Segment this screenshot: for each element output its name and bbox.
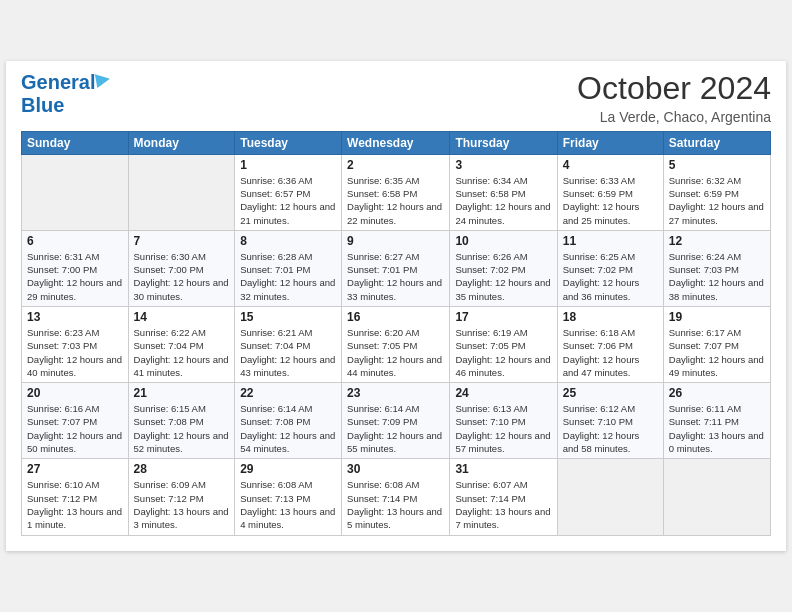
day-cell: 10Sunrise: 6:26 AMSunset: 7:02 PMDayligh…	[450, 230, 557, 306]
day-number: 1	[240, 158, 336, 172]
day-number: 8	[240, 234, 336, 248]
day-info: Sunrise: 6:12 AMSunset: 7:10 PMDaylight:…	[563, 402, 658, 455]
day-cell: 11Sunrise: 6:25 AMSunset: 7:02 PMDayligh…	[557, 230, 663, 306]
weekday-header-row: Sunday Monday Tuesday Wednesday Thursday…	[22, 131, 771, 154]
day-cell: 24Sunrise: 6:13 AMSunset: 7:10 PMDayligh…	[450, 383, 557, 459]
day-cell	[128, 154, 235, 230]
header: General Blue October 2024 La Verde, Chac…	[21, 71, 771, 124]
day-number: 5	[669, 158, 765, 172]
day-info: Sunrise: 6:15 AMSunset: 7:08 PMDaylight:…	[134, 402, 230, 455]
day-info: Sunrise: 6:20 AMSunset: 7:05 PMDaylight:…	[347, 326, 444, 379]
day-cell: 8Sunrise: 6:28 AMSunset: 7:01 PMDaylight…	[235, 230, 342, 306]
day-cell: 3Sunrise: 6:34 AMSunset: 6:58 PMDaylight…	[450, 154, 557, 230]
day-cell: 5Sunrise: 6:32 AMSunset: 6:59 PMDaylight…	[663, 154, 770, 230]
day-cell: 16Sunrise: 6:20 AMSunset: 7:05 PMDayligh…	[342, 307, 450, 383]
header-sunday: Sunday	[22, 131, 129, 154]
day-number: 23	[347, 386, 444, 400]
day-info: Sunrise: 6:33 AMSunset: 6:59 PMDaylight:…	[563, 174, 658, 227]
day-cell: 12Sunrise: 6:24 AMSunset: 7:03 PMDayligh…	[663, 230, 770, 306]
title-block: October 2024 La Verde, Chaco, Argentina	[577, 71, 771, 124]
day-number: 22	[240, 386, 336, 400]
day-info: Sunrise: 6:21 AMSunset: 7:04 PMDaylight:…	[240, 326, 336, 379]
day-info: Sunrise: 6:08 AMSunset: 7:13 PMDaylight:…	[240, 478, 336, 531]
day-info: Sunrise: 6:34 AMSunset: 6:58 PMDaylight:…	[455, 174, 551, 227]
header-monday: Monday	[128, 131, 235, 154]
day-cell: 17Sunrise: 6:19 AMSunset: 7:05 PMDayligh…	[450, 307, 557, 383]
day-info: Sunrise: 6:19 AMSunset: 7:05 PMDaylight:…	[455, 326, 551, 379]
day-number: 30	[347, 462, 444, 476]
calendar-grid: Sunday Monday Tuesday Wednesday Thursday…	[21, 131, 771, 536]
day-number: 6	[27, 234, 123, 248]
day-number: 11	[563, 234, 658, 248]
week-row-4: 20Sunrise: 6:16 AMSunset: 7:07 PMDayligh…	[22, 383, 771, 459]
day-number: 25	[563, 386, 658, 400]
header-thursday: Thursday	[450, 131, 557, 154]
header-friday: Friday	[557, 131, 663, 154]
day-info: Sunrise: 6:17 AMSunset: 7:07 PMDaylight:…	[669, 326, 765, 379]
month-title: October 2024	[577, 71, 771, 106]
day-cell	[22, 154, 129, 230]
day-info: Sunrise: 6:22 AMSunset: 7:04 PMDaylight:…	[134, 326, 230, 379]
day-number: 20	[27, 386, 123, 400]
day-number: 21	[134, 386, 230, 400]
day-cell: 23Sunrise: 6:14 AMSunset: 7:09 PMDayligh…	[342, 383, 450, 459]
day-cell: 15Sunrise: 6:21 AMSunset: 7:04 PMDayligh…	[235, 307, 342, 383]
day-cell: 7Sunrise: 6:30 AMSunset: 7:00 PMDaylight…	[128, 230, 235, 306]
day-cell: 19Sunrise: 6:17 AMSunset: 7:07 PMDayligh…	[663, 307, 770, 383]
week-row-5: 27Sunrise: 6:10 AMSunset: 7:12 PMDayligh…	[22, 459, 771, 535]
day-info: Sunrise: 6:25 AMSunset: 7:02 PMDaylight:…	[563, 250, 658, 303]
day-info: Sunrise: 6:14 AMSunset: 7:08 PMDaylight:…	[240, 402, 336, 455]
day-number: 14	[134, 310, 230, 324]
day-number: 10	[455, 234, 551, 248]
day-cell: 4Sunrise: 6:33 AMSunset: 6:59 PMDaylight…	[557, 154, 663, 230]
day-number: 18	[563, 310, 658, 324]
day-number: 3	[455, 158, 551, 172]
day-info: Sunrise: 6:30 AMSunset: 7:00 PMDaylight:…	[134, 250, 230, 303]
logo: General Blue	[21, 71, 110, 117]
location: La Verde, Chaco, Argentina	[577, 109, 771, 125]
day-number: 7	[134, 234, 230, 248]
day-info: Sunrise: 6:07 AMSunset: 7:14 PMDaylight:…	[455, 478, 551, 531]
day-cell: 2Sunrise: 6:35 AMSunset: 6:58 PMDaylight…	[342, 154, 450, 230]
day-info: Sunrise: 6:11 AMSunset: 7:11 PMDaylight:…	[669, 402, 765, 455]
day-info: Sunrise: 6:18 AMSunset: 7:06 PMDaylight:…	[563, 326, 658, 379]
day-cell: 28Sunrise: 6:09 AMSunset: 7:12 PMDayligh…	[128, 459, 235, 535]
logo-general: General	[21, 71, 95, 93]
day-cell: 21Sunrise: 6:15 AMSunset: 7:08 PMDayligh…	[128, 383, 235, 459]
logo-blue-text: Blue	[21, 94, 64, 116]
day-info: Sunrise: 6:27 AMSunset: 7:01 PMDaylight:…	[347, 250, 444, 303]
day-info: Sunrise: 6:14 AMSunset: 7:09 PMDaylight:…	[347, 402, 444, 455]
day-cell: 1Sunrise: 6:36 AMSunset: 6:57 PMDaylight…	[235, 154, 342, 230]
day-number: 31	[455, 462, 551, 476]
day-cell: 20Sunrise: 6:16 AMSunset: 7:07 PMDayligh…	[22, 383, 129, 459]
day-cell: 29Sunrise: 6:08 AMSunset: 7:13 PMDayligh…	[235, 459, 342, 535]
day-number: 4	[563, 158, 658, 172]
day-number: 19	[669, 310, 765, 324]
day-cell: 6Sunrise: 6:31 AMSunset: 7:00 PMDaylight…	[22, 230, 129, 306]
logo-image: General Blue	[21, 71, 110, 117]
day-info: Sunrise: 6:36 AMSunset: 6:57 PMDaylight:…	[240, 174, 336, 227]
calendar-container: General Blue October 2024 La Verde, Chac…	[6, 61, 786, 550]
day-number: 26	[669, 386, 765, 400]
day-number: 17	[455, 310, 551, 324]
day-number: 24	[455, 386, 551, 400]
day-cell: 14Sunrise: 6:22 AMSunset: 7:04 PMDayligh…	[128, 307, 235, 383]
day-info: Sunrise: 6:16 AMSunset: 7:07 PMDaylight:…	[27, 402, 123, 455]
day-info: Sunrise: 6:13 AMSunset: 7:10 PMDaylight:…	[455, 402, 551, 455]
day-info: Sunrise: 6:24 AMSunset: 7:03 PMDaylight:…	[669, 250, 765, 303]
day-cell: 22Sunrise: 6:14 AMSunset: 7:08 PMDayligh…	[235, 383, 342, 459]
header-wednesday: Wednesday	[342, 131, 450, 154]
day-number: 9	[347, 234, 444, 248]
header-tuesday: Tuesday	[235, 131, 342, 154]
day-info: Sunrise: 6:23 AMSunset: 7:03 PMDaylight:…	[27, 326, 123, 379]
week-row-3: 13Sunrise: 6:23 AMSunset: 7:03 PMDayligh…	[22, 307, 771, 383]
day-cell: 25Sunrise: 6:12 AMSunset: 7:10 PMDayligh…	[557, 383, 663, 459]
day-number: 28	[134, 462, 230, 476]
day-cell: 31Sunrise: 6:07 AMSunset: 7:14 PMDayligh…	[450, 459, 557, 535]
day-cell	[663, 459, 770, 535]
day-cell: 27Sunrise: 6:10 AMSunset: 7:12 PMDayligh…	[22, 459, 129, 535]
day-info: Sunrise: 6:28 AMSunset: 7:01 PMDaylight:…	[240, 250, 336, 303]
day-number: 2	[347, 158, 444, 172]
day-info: Sunrise: 6:32 AMSunset: 6:59 PMDaylight:…	[669, 174, 765, 227]
day-cell: 30Sunrise: 6:08 AMSunset: 7:14 PMDayligh…	[342, 459, 450, 535]
